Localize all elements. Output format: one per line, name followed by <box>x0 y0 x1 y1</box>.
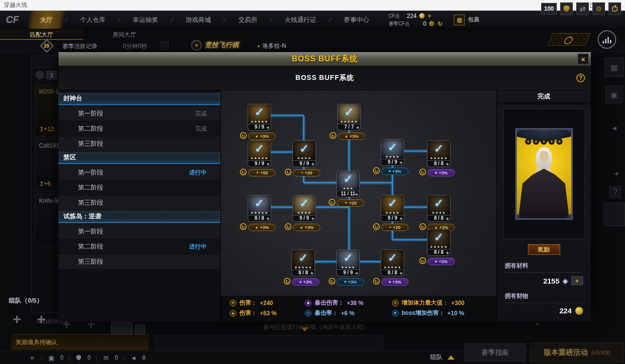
buff-node-n13[interactable]: ✓★★★★★8 / 8◆↻♣+3% <box>292 249 315 286</box>
refresh-icon[interactable]: ↻ <box>330 132 336 139</box>
refresh-icon[interactable]: ↻ <box>240 132 247 139</box>
activity-detail-button[interactable] <box>161 42 169 50</box>
banner-icon[interactable] <box>604 203 625 226</box>
refresh-icon[interactable]: ↻ <box>285 223 292 230</box>
stage-row-3-2[interactable]: 第二阶段进行中 <box>59 239 220 254</box>
refresh-icon[interactable]: ↻ <box>419 257 426 264</box>
buff-badge: ▲+3% <box>248 224 275 231</box>
boss-buff-dialog: BOSS BUFF系统 × BOSS BUFF系统 ? 封神台第一阶段完成第二阶… <box>59 52 591 322</box>
nav-item-2[interactable]: 个人仓库 <box>67 11 118 29</box>
buff-node-n7[interactable]: ✓★★★11 / 11◆↻✦+20 <box>336 171 360 207</box>
stage-row-1-1[interactable]: 第一阶段完成 <box>59 106 220 121</box>
buff-node-n5[interactable]: ✓★★★★9 / 9◆↻♥+3% <box>381 139 404 175</box>
nav-item-5[interactable]: 交易所 <box>226 11 270 29</box>
chat-icon[interactable]: ✉ <box>102 354 110 362</box>
help-box-icon[interactable]: ? <box>609 186 621 198</box>
stage-row-3-3[interactable]: 第三阶段 <box>59 254 220 269</box>
refresh-icon[interactable]: ↻ <box>419 223 426 230</box>
buff-badge: ♣+3% <box>428 169 455 176</box>
buff-badge-value: +20 <box>393 225 400 230</box>
chat-marquee-bar <box>155 335 384 350</box>
stage-row-1-3[interactable]: 第三阶段 <box>59 136 220 152</box>
bag-button[interactable]: ▦ 包裹 <box>454 15 479 25</box>
buff-node-n4[interactable]: ✓★★★★9 / 9◆↻++20 <box>293 140 316 176</box>
stage-row-2-2[interactable]: 第二阶段 <box>59 180 220 195</box>
suit-icon: ◆ <box>356 125 359 131</box>
node-stars: ★★★★★ <box>248 211 271 215</box>
add-cf-points-button[interactable]: + <box>428 13 431 19</box>
equip-tab-1[interactable]: 1 <box>46 71 57 79</box>
add-teammate-button[interactable]: + <box>13 311 21 327</box>
subnav-tab-2[interactable]: 房间大厅 <box>83 29 166 40</box>
friends-icon[interactable]: ▣ <box>47 354 55 362</box>
refresh-icon[interactable]: ↻ <box>373 278 380 285</box>
nav-item-1[interactable]: 大厅 <box>27 11 65 29</box>
nav-item-3[interactable]: 幸运抽奖 <box>120 11 171 29</box>
stat-crit-damage: ◆暴击伤害：+38 % <box>305 299 363 307</box>
pending-reward-bar[interactable]: 奖励道具待确认 <box>11 334 149 350</box>
power-button[interactable] <box>608 2 621 15</box>
settings-button[interactable]: ⚙ <box>592 2 605 15</box>
reward-button[interactable]: 奖励 <box>528 244 560 255</box>
subnav-tab-1[interactable]: 匹配大厅 <box>0 29 83 40</box>
buff-node-n14[interactable]: ✓★★★★9 / 9◆↻♥+3% <box>336 249 360 286</box>
switch-account-button[interactable]: ⇄ <box>576 2 589 15</box>
menu-icon[interactable]: ≡ <box>28 354 36 362</box>
horn-icon[interactable]: ◄ <box>607 122 621 134</box>
node-progress: 9 / 9◆ <box>248 161 271 167</box>
buff-node-n3[interactable]: ✓★★★★★9 / 9◆↻✦+50 <box>248 140 271 176</box>
event-banner-label: 竞技飞行棋 <box>205 41 239 50</box>
cf-logo: CF <box>6 14 27 25</box>
dialog-close-button[interactable]: × <box>578 54 588 64</box>
plus-icon[interactable]: + <box>611 169 622 179</box>
system-buttons: 100 ⇄ ⚙ <box>541 2 621 15</box>
gift-icon[interactable]: ▦ <box>605 57 624 77</box>
refresh-icon[interactable]: ↻ <box>284 278 291 285</box>
stage-row-2-1[interactable]: 第一阶段进行中 <box>59 165 220 180</box>
bag-icon: ▦ <box>454 15 465 25</box>
refresh-icon[interactable]: ↻ <box>240 223 247 230</box>
stats-circle-button[interactable] <box>598 30 616 49</box>
buff-node-n11[interactable]: ✓★★★★8 / 8◆↻▲+3% <box>427 195 450 231</box>
team-button[interactable]: 组队 <box>430 353 454 362</box>
node-stars: ★★★★ <box>381 211 404 215</box>
refresh-icon[interactable]: ↻ <box>373 223 380 230</box>
refresh-icon[interactable]: ↻ <box>419 169 426 175</box>
refresh-icon[interactable]: ↻ <box>373 167 380 174</box>
buff-node-n8[interactable]: ✓★★★★★8 / 8◆↻▲+3% <box>248 195 271 231</box>
hint-caret-icon[interactable]: ⌃ <box>534 322 540 329</box>
refresh-icon[interactable]: ↻ <box>285 169 292 175</box>
refresh-season-points-button[interactable]: ↻ <box>437 20 442 27</box>
buff-node-n15[interactable]: ✓★★★★★8 / 8◆↻♣+3% <box>381 249 404 286</box>
stage-row-3-1[interactable]: 第一阶段 <box>59 224 220 239</box>
stage-row-2-3[interactable]: 第三阶段 <box>59 195 220 211</box>
buff-node-n9[interactable]: ✓★★★★9 / 9◆↻▲+3% <box>293 195 316 231</box>
suit-icon: ◆ <box>267 125 270 131</box>
refresh-icon[interactable]: ↻ <box>240 169 247 175</box>
add-materials-button[interactable]: + <box>571 276 583 285</box>
event-banner[interactable]: ✈ 竞技飞行棋 <box>191 40 239 51</box>
buff-node-n2[interactable]: ✓★★★★★7 / 7◆↻▲+3% <box>337 104 361 140</box>
buff-node-n1[interactable]: ✓★★★★★9 / 9◆↻▲+3% <box>248 104 271 140</box>
stage-row-1-2[interactable]: 第二阶段完成 <box>59 121 220 136</box>
check-icon: ✓ <box>293 142 315 155</box>
shield-icon[interactable] <box>75 355 82 361</box>
buff-node-n10[interactable]: ✓★★★★9 / 9◆↻++20 <box>381 195 404 231</box>
security-button[interactable] <box>560 2 573 15</box>
stat-value: +6 % <box>341 310 354 317</box>
refresh-icon[interactable]: ↻ <box>329 199 335 206</box>
nav-item-7[interactable]: 赛事中心 <box>331 11 382 29</box>
card-star-icon: ★ <box>541 138 547 145</box>
buff-node-n12[interactable]: ✓★★★★★8 / 8◆↻♣+3% <box>427 229 450 265</box>
help-button[interactable]: ? <box>576 74 585 82</box>
buff-node-n6[interactable]: ✓★★★★★8 / 8◆↻♣+3% <box>427 140 450 176</box>
nav-item-6[interactable]: 火线通行证 <box>272 11 329 29</box>
refresh-icon[interactable]: ↻ <box>329 278 335 285</box>
speaker-icon[interactable]: ◄ <box>130 354 137 362</box>
box-icon[interactable]: ▣ <box>605 86 623 103</box>
nav-item-4[interactable]: 游戏商城 <box>173 11 224 29</box>
version-event-button[interactable]: 版本重磅活动 点击浏览 <box>530 343 624 363</box>
season-guide-button[interactable]: 赛季指南 <box>465 344 526 362</box>
add-teammate-button[interactable]: + <box>37 311 46 327</box>
promo-ribbon[interactable] <box>547 33 591 46</box>
